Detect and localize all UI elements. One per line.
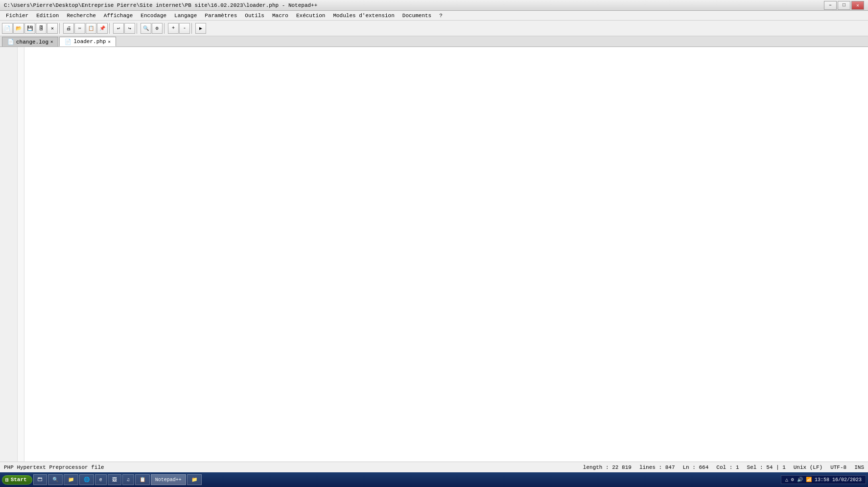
- cut-button[interactable]: ✂: [74, 23, 85, 34]
- zoom-out-button[interactable]: -: [179, 23, 190, 34]
- tab-loader-icon: 📄: [65, 39, 71, 45]
- zoom-in-button[interactable]: +: [168, 23, 179, 34]
- file-type-label: PHP Hypertext Preprocessor file: [4, 464, 104, 470]
- menu-item-documents[interactable]: Documents: [399, 11, 435, 20]
- redo-button[interactable]: ↪: [124, 23, 135, 34]
- code-area[interactable]: [24, 47, 868, 462]
- tab-loader-close[interactable]: ✕: [108, 39, 110, 45]
- menu-item-fichier[interactable]: Fichier: [2, 11, 32, 20]
- titlebar-title: C:\Users\Pierre\Desktop\Entreprise Pierr…: [4, 2, 317, 8]
- titlebar: C:\Users\Pierre\Desktop\Entreprise Pierr…: [0, 0, 868, 11]
- titlebar-controls: – □ ✕: [824, 1, 864, 10]
- menu-item-edition[interactable]: Edition: [32, 11, 63, 20]
- statusbar: PHP Hypertext Preprocessor file length :…: [0, 462, 868, 472]
- menubar: FichierEditionRechercheAffichageEncodage…: [0, 11, 868, 21]
- menu-item-affichage[interactable]: Affichage: [100, 11, 137, 20]
- tab-changelog[interactable]: 📄 change.log ✕: [2, 37, 58, 46]
- print-button[interactable]: 🖨: [63, 23, 74, 34]
- menu-item-paramtres[interactable]: Paramètres: [201, 11, 241, 20]
- sel-label: Sel : 54 | 1: [747, 464, 786, 470]
- run-button[interactable]: ▶: [195, 23, 206, 34]
- find-button[interactable]: 🔍: [141, 23, 151, 34]
- menu-item-macro[interactable]: Macro: [268, 11, 292, 20]
- tab-changelog-close[interactable]: ✕: [50, 39, 53, 45]
- open-button[interactable]: 📂: [13, 23, 24, 34]
- separator-4: [164, 23, 166, 34]
- length-label: length : 22 819: [583, 464, 632, 470]
- save-button[interactable]: 💾: [24, 23, 35, 34]
- separator-2: [109, 23, 112, 34]
- menu-item-encodage[interactable]: Encodage: [137, 11, 170, 20]
- ins-label: INS: [854, 464, 864, 470]
- editor-container: [0, 47, 868, 462]
- lines-label: lines : 847: [639, 464, 675, 470]
- paste-button[interactable]: 📌: [97, 23, 108, 34]
- col-label: Col : 1: [716, 464, 739, 470]
- maximize-button[interactable]: □: [838, 1, 850, 10]
- copy-button[interactable]: 📋: [86, 23, 96, 34]
- close-button[interactable]: ✕: [851, 1, 864, 10]
- menu-item-langage[interactable]: Langage: [170, 11, 201, 20]
- tab-loader[interactable]: 📄 loader.php ✕: [59, 37, 116, 46]
- toolbar: 📄 📂 💾 🗄 ✕ 🖨 ✂ 📋 📌 ↩ ↪ 🔍 ⚙ + - ▶: [0, 21, 868, 36]
- new-button[interactable]: 📄: [2, 23, 13, 34]
- ln-label: Ln : 664: [683, 464, 709, 470]
- close-button-tb[interactable]: ✕: [47, 23, 58, 34]
- fold-column: [18, 47, 24, 462]
- menu-item-excution[interactable]: Exécution: [292, 11, 329, 20]
- menu-item-modulesdextension[interactable]: Modules d'extension: [329, 11, 398, 20]
- save-all-button[interactable]: 🗄: [36, 23, 47, 34]
- separator-1: [59, 23, 62, 34]
- menu-item-recherche[interactable]: Recherche: [63, 11, 99, 20]
- minimize-button[interactable]: –: [824, 1, 837, 10]
- undo-button[interactable]: ↩: [113, 23, 124, 34]
- menu-item-[interactable]: ?: [435, 11, 446, 20]
- line-ending-label: Unix (LF): [794, 464, 822, 470]
- tab-changelog-label: change.log: [16, 39, 48, 45]
- editor[interactable]: [0, 47, 868, 462]
- replace-button[interactable]: ⚙: [152, 23, 163, 34]
- tab-changelog-icon: 📄: [7, 39, 14, 45]
- line-numbers: [0, 47, 18, 462]
- separator-3: [137, 23, 139, 34]
- encoding-label: UTF-8: [830, 464, 846, 470]
- menu-item-outils[interactable]: Outils: [241, 11, 268, 20]
- separator-5: [191, 23, 194, 34]
- tab-loader-label: loader.php: [73, 39, 106, 45]
- tabbar: 📄 change.log ✕ 📄 loader.php ✕: [0, 36, 868, 47]
